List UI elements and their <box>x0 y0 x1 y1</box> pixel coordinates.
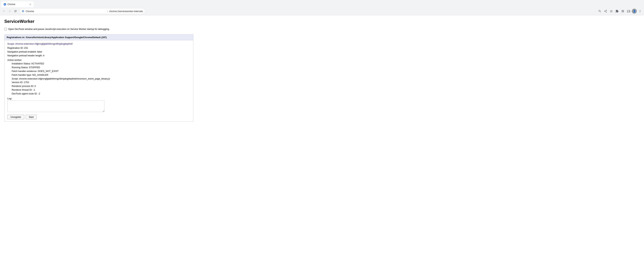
reload-button[interactable] <box>13 9 18 14</box>
page-title: ServiceWorker <box>4 19 193 24</box>
worker-detail-line: Running Status: STOPPED <box>7 66 190 69</box>
worker-detail-line: DevTools agent route ID: -2 <box>7 92 190 96</box>
nav-preload-header-line: Navigation preload header length: 4 <box>7 54 190 58</box>
registration-id-line: Registration ID: 231 <box>7 46 190 50</box>
worker-detail-line: Fetch handler existence: DOES_NOT_EXIST <box>7 69 190 73</box>
forward-button[interactable] <box>7 9 12 14</box>
tab-favicon-icon <box>4 3 6 6</box>
registration-body: Scope: chrome-extension://djjmngfglakhkh… <box>4 40 193 121</box>
tab-label: Chrome <box>8 3 15 6</box>
toolbar-icons: 👤 <box>597 9 642 14</box>
worker-detail-line: Installation Status: ACTIVATED <box>7 62 190 66</box>
worker-details-list: Installation Status: ACTIVATEDRunning St… <box>7 62 190 96</box>
active-worker-label: Active worker: <box>7 58 190 62</box>
log-section: Log: <box>7 97 190 113</box>
address-separator: | <box>107 10 108 13</box>
worker-detail-line: Version ID: 1753 <box>7 81 190 84</box>
address-favicon-icon <box>22 10 24 13</box>
profile-button[interactable]: 👤 <box>632 9 637 14</box>
registration-header: Registrations in: /Users/forinton/Librar… <box>4 35 193 40</box>
extensions-icon-button[interactable] <box>614 9 620 14</box>
share-icon-button[interactable] <box>603 9 608 14</box>
log-textarea[interactable] <box>7 101 104 112</box>
search-icon-button[interactable] <box>597 9 602 14</box>
worker-detail-line: Fetch handler type: NO_HANDLER <box>7 73 190 77</box>
address-bar[interactable]: Chrome | chrome://serviceworker-internal… <box>20 8 145 14</box>
registration-section: Registrations in: /Users/forinton/Librar… <box>4 34 193 121</box>
worker-detail-line: Script: chrome-extension://djjmngfglakhk… <box>7 77 190 81</box>
log-label: Log: <box>7 97 190 100</box>
active-tab[interactable]: Chrome ✕ <box>2 2 34 7</box>
more-options-button[interactable] <box>638 9 642 14</box>
tab-close-icon[interactable]: ✕ <box>29 3 32 6</box>
window-icon-button[interactable] <box>626 9 631 14</box>
devtools-checkbox-label: Open DevTools window and pause JavaScrip… <box>8 28 110 31</box>
page-content: ServiceWorker Open DevTools window and p… <box>0 15 198 129</box>
browser-chrome: Chrome ✕ Chrom <box>0 0 644 15</box>
menu-icon-button[interactable] <box>620 9 625 14</box>
button-row: Unregister Start <box>7 115 190 119</box>
nav-bar: Chrome | chrome://serviceworker-internal… <box>0 7 644 15</box>
profile-avatar-icon: 👤 <box>633 10 636 13</box>
tab-bar: Chrome ✕ <box>0 0 644 7</box>
devtools-checkbox-row: Open DevTools window and pause JavaScrip… <box>4 28 193 31</box>
back-button[interactable] <box>2 9 6 14</box>
address-url: chrome://serviceworker-internals <box>109 10 143 13</box>
nav-preload-enabled-line: Navigation preload enabled: false <box>7 50 190 54</box>
scope-link[interactable]: Scope: chrome-extension://djjmngfglakhkh… <box>7 43 190 45</box>
worker-detail-line: Renderer thread ID: -1 <box>7 88 190 92</box>
devtools-checkbox[interactable] <box>4 28 7 30</box>
address-site-name: Chrome <box>26 10 106 13</box>
worker-detail-line: Renderer process ID: 0 <box>7 84 190 88</box>
start-button[interactable]: Start <box>26 115 37 119</box>
unregister-button[interactable]: Unregister <box>7 115 24 119</box>
star-icon-button[interactable] <box>609 9 614 14</box>
